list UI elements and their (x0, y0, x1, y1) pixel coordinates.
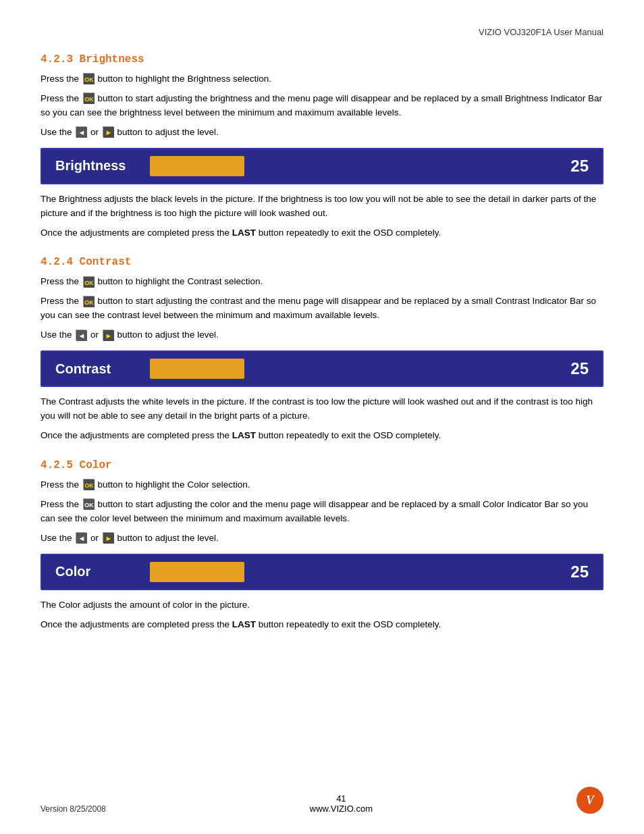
section-title-brightness: 4.2.3 Brightness (41, 53, 603, 66)
brightness-para-2: Press the OK button to start adjusting t… (41, 92, 603, 120)
ok-button-icon-1: OK (83, 73, 94, 84)
color-indicator-label: Color (55, 564, 136, 579)
color-indicator-value: 25 (562, 563, 589, 581)
svg-text:OK: OK (84, 299, 94, 306)
right-button-icon-1: ► (103, 126, 113, 137)
page-footer: Version 8/25/2008 41 www.VIZIO.com V (0, 787, 644, 814)
ok-button-icon-2: OK (83, 93, 94, 103)
contrast-after-2: Once the adjustments are completed press… (41, 429, 603, 443)
ok-button-icon-4: OK (83, 296, 94, 307)
contrast-indicator-value: 25 (562, 359, 589, 378)
section-title-color: 4.2.5 Color (41, 459, 603, 471)
color-fill-container (150, 562, 548, 582)
contrast-fill-container (150, 359, 548, 379)
color-after-1: The Color adjusts the amount of color in… (41, 598, 603, 613)
section-color: 4.2.5 Color Press the OK button to highl… (41, 459, 603, 632)
brightness-fill (150, 156, 244, 176)
brightness-after-1: The Brightness adjusts the black levels … (41, 192, 603, 221)
vizio-logo: V (576, 787, 603, 814)
brightness-indicator-value: 25 (562, 157, 589, 176)
svg-text:OK: OK (84, 280, 94, 286)
footer-version: Version 8/25/2008 (41, 804, 106, 814)
color-indicator-bar: Color 25 (41, 554, 603, 590)
left-button-icon-3: ◄ (76, 532, 86, 543)
left-button-icon-1: ◄ (76, 126, 86, 137)
brightness-fill-container (150, 156, 548, 176)
brightness-indicator-label: Brightness (55, 158, 136, 174)
right-button-icon-2: ► (103, 330, 113, 340)
page-number: 41 (310, 793, 373, 804)
section-title-contrast: 4.2.4 Contrast (41, 256, 603, 268)
contrast-indicator-bar: Contrast 25 (41, 350, 603, 387)
right-button-icon-3: ► (103, 532, 113, 543)
contrast-fill (150, 359, 244, 379)
svg-text:◄: ◄ (78, 332, 86, 340)
contrast-after-1: The Contrast adjusts the white levels in… (41, 395, 603, 423)
svg-text:►: ► (105, 332, 112, 340)
brightness-para-1: Press the OK button to highlight the Bri… (41, 72, 603, 86)
ok-button-icon-5: OK (83, 479, 94, 490)
ok-button-icon-3: OK (83, 276, 94, 287)
svg-text:OK: OK (84, 502, 94, 509)
page-header: VIZIO VOJ320F1A User Manual (41, 27, 603, 37)
footer-center: 41 www.VIZIO.com (310, 793, 373, 814)
footer-website: www.VIZIO.com (310, 804, 373, 814)
section-brightness: 4.2.3 Brightness Press the OK button to … (41, 53, 603, 240)
color-para-3: Use the ◄ or ► button to adjust the leve… (41, 531, 603, 546)
brightness-indicator-bar: Brightness 25 (41, 148, 603, 184)
svg-text:◄: ◄ (78, 534, 86, 542)
color-para-1: Press the OK button to highlight the Col… (41, 478, 603, 492)
svg-text:►: ► (105, 534, 112, 542)
left-button-icon-2: ◄ (76, 330, 86, 340)
ok-button-icon-6: OK (83, 498, 94, 509)
contrast-para-2: Press the OK button to start adjusting t… (41, 294, 603, 323)
contrast-para-1: Press the OK button to highlight the Con… (41, 275, 603, 289)
svg-text:OK: OK (84, 76, 94, 83)
contrast-indicator-label: Contrast (55, 361, 136, 377)
svg-text:OK: OK (84, 96, 94, 103)
contrast-para-3: Use the ◄ or ► button to adjust the leve… (41, 328, 603, 342)
color-fill (150, 562, 244, 582)
brightness-para-3: Use the ◄ or ► button to adjust the leve… (41, 126, 603, 140)
section-contrast: 4.2.4 Contrast Press the OK button to hi… (41, 256, 603, 442)
page-content: VIZIO VOJ320F1A User Manual 4.2.3 Bright… (0, 0, 644, 691)
color-para-2: Press the OK button to start adjusting t… (41, 498, 603, 526)
svg-text:OK: OK (84, 482, 94, 489)
svg-text:►: ► (105, 128, 112, 136)
svg-text:◄: ◄ (78, 128, 86, 136)
vizio-logo-circle: V (576, 787, 603, 814)
color-after-2: Once the adjustments are completed press… (41, 618, 603, 632)
manual-title: VIZIO VOJ320F1A User Manual (479, 27, 603, 37)
brightness-after-2: Once the adjustments are completed press… (41, 226, 603, 240)
